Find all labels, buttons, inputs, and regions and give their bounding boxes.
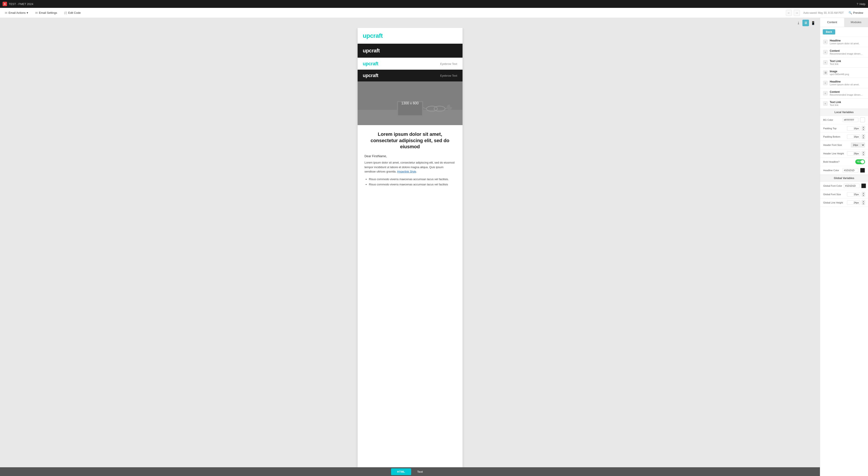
bg-color-swatch[interactable] bbox=[860, 117, 865, 122]
local-variables-header: Local Variables bbox=[820, 109, 868, 116]
global-font-size-down[interactable]: ▼ bbox=[862, 194, 865, 197]
module-item-textlink-1[interactable]: ≡ Text Link Text link bbox=[820, 58, 868, 68]
hero-image: 1300 x 600 bbox=[358, 81, 463, 125]
global-font-size-label: Global Font Size bbox=[823, 193, 845, 196]
headline-color-label: Headline Color bbox=[823, 169, 841, 172]
padding-top-up[interactable]: ▲ bbox=[862, 126, 865, 128]
title-bar: A TEST - FMET 2024 ? Help bbox=[0, 0, 868, 8]
mobile-view-button[interactable]: 📱 bbox=[810, 20, 816, 26]
bg-color-row: BG Color bbox=[820, 116, 868, 124]
global-font-size-input[interactable] bbox=[847, 192, 860, 197]
module-name-textlink-1: Text Link bbox=[830, 60, 865, 63]
padding-top-down[interactable]: ▼ bbox=[862, 128, 865, 131]
email-settings-menu[interactable]: ✉ Email Settings bbox=[34, 10, 58, 15]
module-item-headline-2[interactable]: ≡ Headline Lorem ipsum dolor sit amet. bbox=[820, 78, 868, 88]
edit-code-menu[interactable]: ⟨/⟩ Edit Code bbox=[63, 10, 82, 15]
padding-bottom-up[interactable]: ▲ bbox=[862, 134, 865, 136]
email-actions-chevron-icon: ▾ bbox=[27, 11, 28, 14]
padding-top-input[interactable] bbox=[847, 126, 860, 131]
nav-center: ← → Auto-saved: May 30, 8:33 AM PDT 🔍 Pr… bbox=[786, 10, 865, 16]
nav-bar: ✉ Email Actions ▾ ✉ Email Settings ⟨/⟩ E… bbox=[0, 8, 868, 18]
hyperlink-style-link[interactable]: Hyperlink Style bbox=[397, 170, 416, 173]
email-header-white: upcraft bbox=[358, 28, 463, 44]
padding-top-row: Padding Top ▲ ▼ bbox=[820, 124, 868, 133]
back-button[interactable]: Back bbox=[823, 29, 835, 34]
global-font-color-swatch[interactable] bbox=[861, 183, 866, 188]
email-bullet-list: Risus commodo viverra maecenas accumsan … bbox=[369, 177, 456, 187]
help-label[interactable]: Help bbox=[860, 2, 865, 6]
global-font-color-input[interactable] bbox=[844, 183, 860, 188]
help-icon: ? bbox=[857, 2, 858, 6]
autosaved-status: Auto-saved: May 30, 8:33 AM PDT bbox=[803, 11, 844, 14]
module-icon-content-2: ≡ bbox=[823, 91, 828, 95]
desktop-view-button[interactable]: 🖥 bbox=[802, 20, 809, 26]
header-font-size-select[interactable]: 24px bbox=[851, 143, 865, 147]
panel-tabs: Content Modules bbox=[820, 18, 868, 27]
global-font-color-row: Global Font Color bbox=[820, 182, 868, 190]
padding-bottom-label: Padding Bottom bbox=[823, 135, 845, 138]
tab-content[interactable]: Content bbox=[820, 18, 844, 27]
module-name-content-1: Content bbox=[830, 49, 865, 53]
nav-arrows: ← → bbox=[786, 10, 800, 16]
module-desc-headline-1: Lorem ipsum dolor sit amet. bbox=[830, 42, 865, 45]
headline-color-input[interactable] bbox=[843, 168, 858, 172]
module-icon-headline-1: ≡ bbox=[823, 40, 828, 44]
text-tab[interactable]: Text bbox=[411, 468, 429, 475]
upcraft-logo-teal-1: upcraft bbox=[363, 32, 383, 39]
global-font-size-up[interactable]: ▲ bbox=[862, 192, 865, 194]
module-desc-textlink-2: Text link bbox=[830, 104, 865, 106]
header-line-height-down[interactable]: ▼ bbox=[862, 154, 865, 156]
preview-label: Preview bbox=[853, 11, 863, 14]
module-desc-textlink-1: Text link bbox=[830, 63, 865, 65]
padding-bottom-down[interactable]: ▼ bbox=[862, 137, 865, 139]
email-headline: Lorem ipsum dolor sit amet, consectetur … bbox=[365, 131, 456, 150]
preview-button[interactable]: 🔍 Preview bbox=[847, 10, 865, 15]
bg-color-label: BG Color bbox=[823, 118, 841, 121]
global-variables-header: Global Variables bbox=[820, 175, 868, 182]
module-icon-textlink-2: ≡ bbox=[823, 101, 828, 106]
edit-code-label: Edit Code bbox=[68, 11, 81, 14]
module-desc-content-2: Recommended image dimen... bbox=[830, 94, 865, 96]
bg-color-input[interactable] bbox=[843, 118, 858, 122]
global-line-height-input[interactable] bbox=[847, 200, 860, 205]
email-settings-icon: ✉ bbox=[35, 11, 38, 14]
header-line-height-spinners: ▲ ▼ bbox=[862, 151, 865, 156]
viewport-controls: ⤓ 🖥 📱 bbox=[0, 18, 820, 28]
title-bar-left: A TEST - FMET 2024 bbox=[3, 2, 33, 6]
html-tab[interactable]: HTML bbox=[391, 468, 411, 475]
module-name-headline-2: Headline bbox=[830, 80, 865, 83]
main-layout: ⤓ 🖥 📱 upcraft upcraft upcraft Eyebrow Te… bbox=[0, 18, 868, 476]
email-header-eyebrow-dark: upcraft Eyebrow Text bbox=[358, 70, 463, 81]
app-title: TEST - FMET 2024 bbox=[9, 2, 33, 6]
padding-top-label: Padding Top bbox=[823, 127, 845, 130]
global-line-height-down[interactable]: ▼ bbox=[862, 203, 865, 205]
padding-bottom-input[interactable] bbox=[847, 135, 860, 139]
module-item-content-1[interactable]: ≡ Content Recommended image dimen... bbox=[820, 47, 868, 58]
preview-icon: 🔍 bbox=[848, 11, 852, 14]
module-item-image[interactable]: 🖼 Image upct-560x448.png bbox=[820, 68, 868, 78]
email-content: Lorem ipsum dolor sit amet, consectetur … bbox=[358, 125, 463, 193]
header-font-size-label: Header Font Size bbox=[823, 144, 849, 146]
module-item-textlink-2[interactable]: ≡ Text Link Text link bbox=[820, 99, 868, 109]
global-line-height-up[interactable]: ▲ bbox=[862, 200, 865, 202]
header-line-height-row: Header Line Height ▲ ▼ bbox=[820, 149, 868, 158]
header-line-height-label: Header Line Height bbox=[823, 152, 845, 155]
toggle-track[interactable]: YES bbox=[855, 159, 865, 164]
undo-button[interactable]: ← bbox=[786, 10, 792, 16]
headline-color-swatch[interactable] bbox=[860, 168, 865, 173]
email-header-eyebrow-white: upcraft Eyebrow Text bbox=[358, 58, 463, 70]
module-item-headline-1[interactable]: ≡ Headline Lorem ipsum dolor sit amet. bbox=[820, 37, 868, 47]
module-desc-content-1: Recommended image dimen... bbox=[830, 53, 865, 55]
bold-headline-toggle[interactable]: YES bbox=[855, 159, 865, 164]
email-actions-label: Email Actions bbox=[8, 11, 26, 14]
redo-button[interactable]: → bbox=[794, 10, 800, 16]
header-line-height-up[interactable]: ▲ bbox=[862, 151, 865, 153]
fit-view-button[interactable]: ⤓ bbox=[795, 20, 802, 26]
tab-modules[interactable]: Modules bbox=[844, 18, 868, 27]
email-actions-menu[interactable]: ✉ Email Actions ▾ bbox=[3, 10, 30, 15]
module-desc-image: upct-560x448.png bbox=[830, 73, 865, 75]
module-item-content-2[interactable]: ≡ Content Recommended image dimen... bbox=[820, 88, 868, 99]
header-line-height-input[interactable] bbox=[847, 151, 860, 156]
padding-bottom-row: Padding Bottom ▲ ▼ bbox=[820, 133, 868, 141]
title-bar-right: ? Help bbox=[857, 2, 865, 6]
